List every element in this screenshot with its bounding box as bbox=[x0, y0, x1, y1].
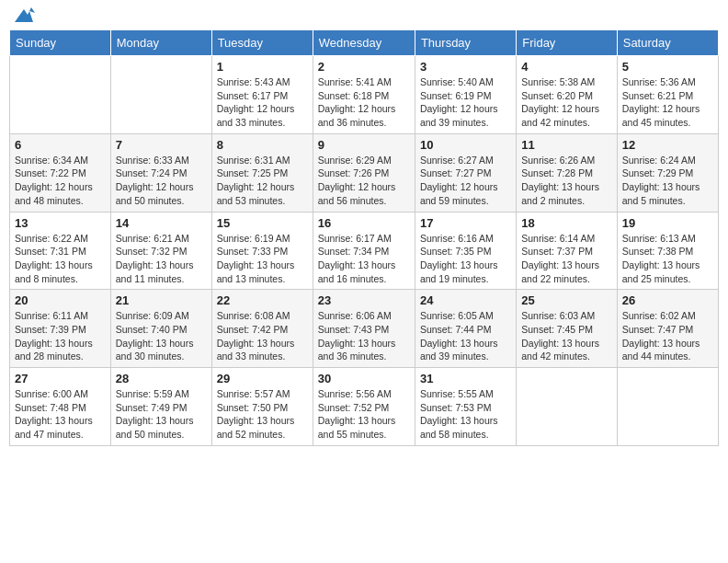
day-number: 15 bbox=[217, 216, 308, 230]
calendar-cell: 12Sunrise: 6:24 AM Sunset: 7:29 PM Dayli… bbox=[617, 133, 718, 212]
calendar-cell: 31Sunrise: 5:55 AM Sunset: 7:53 PM Dayli… bbox=[415, 368, 516, 446]
week-row-5: 27Sunrise: 6:00 AM Sunset: 7:48 PM Dayli… bbox=[10, 368, 719, 446]
day-number: 20 bbox=[15, 293, 106, 307]
calendar-cell: 16Sunrise: 6:17 AM Sunset: 7:34 PM Dayli… bbox=[313, 212, 415, 290]
calendar-cell: 26Sunrise: 6:02 AM Sunset: 7:47 PM Dayli… bbox=[617, 290, 718, 368]
calendar-table: SundayMondayTuesdayWednesdayThursdayFrid… bbox=[9, 29, 719, 446]
day-number: 27 bbox=[15, 372, 106, 385]
day-number: 26 bbox=[622, 293, 713, 307]
calendar-cell: 7Sunrise: 6:33 AM Sunset: 7:24 PM Daylig… bbox=[110, 133, 211, 212]
day-detail: Sunrise: 6:29 AM Sunset: 7:26 PM Dayligh… bbox=[318, 154, 410, 208]
calendar-cell: 8Sunrise: 6:31 AM Sunset: 7:25 PM Daylig… bbox=[211, 133, 313, 212]
day-number: 25 bbox=[521, 293, 611, 307]
calendar-cell: 10Sunrise: 6:27 AM Sunset: 7:27 PM Dayli… bbox=[415, 133, 516, 212]
day-header-monday: Monday bbox=[110, 30, 211, 56]
calendar-cell: 6Sunrise: 6:34 AM Sunset: 7:22 PM Daylig… bbox=[10, 133, 111, 212]
day-header-wednesday: Wednesday bbox=[313, 30, 415, 56]
calendar-cell: 29Sunrise: 5:57 AM Sunset: 7:50 PM Dayli… bbox=[211, 368, 313, 446]
calendar-cell: 5Sunrise: 5:36 AM Sunset: 6:21 PM Daylig… bbox=[617, 56, 718, 134]
day-number: 3 bbox=[420, 60, 511, 74]
day-detail: Sunrise: 6:21 AM Sunset: 7:32 PM Dayligh… bbox=[116, 232, 207, 286]
day-detail: Sunrise: 6:34 AM Sunset: 7:22 PM Dayligh… bbox=[15, 154, 106, 208]
day-number: 31 bbox=[420, 372, 511, 385]
day-detail: Sunrise: 6:16 AM Sunset: 7:35 PM Dayligh… bbox=[420, 232, 511, 286]
calendar-cell: 15Sunrise: 6:19 AM Sunset: 7:33 PM Dayli… bbox=[211, 212, 313, 290]
day-detail: Sunrise: 5:36 AM Sunset: 6:21 PM Dayligh… bbox=[622, 75, 713, 130]
day-number: 6 bbox=[15, 138, 106, 152]
calendar-cell bbox=[617, 368, 718, 446]
day-header-thursday: Thursday bbox=[415, 30, 516, 56]
calendar-cell: 22Sunrise: 6:08 AM Sunset: 7:42 PM Dayli… bbox=[211, 290, 313, 368]
day-number: 29 bbox=[217, 372, 308, 385]
day-detail: Sunrise: 6:14 AM Sunset: 7:37 PM Dayligh… bbox=[521, 232, 611, 286]
calendar-cell: 20Sunrise: 6:11 AM Sunset: 7:39 PM Dayli… bbox=[10, 290, 111, 368]
day-number: 28 bbox=[116, 372, 207, 385]
calendar-cell: 28Sunrise: 5:59 AM Sunset: 7:49 PM Dayli… bbox=[110, 368, 211, 446]
day-detail: Sunrise: 5:40 AM Sunset: 6:19 PM Dayligh… bbox=[420, 75, 511, 130]
calendar-cell: 21Sunrise: 6:09 AM Sunset: 7:40 PM Dayli… bbox=[110, 290, 211, 368]
day-number: 18 bbox=[521, 216, 611, 230]
day-detail: Sunrise: 6:31 AM Sunset: 7:25 PM Dayligh… bbox=[217, 154, 308, 208]
day-number: 2 bbox=[318, 60, 410, 74]
day-detail: Sunrise: 6:02 AM Sunset: 7:47 PM Dayligh… bbox=[622, 309, 713, 363]
day-number: 10 bbox=[420, 138, 511, 152]
week-row-3: 13Sunrise: 6:22 AM Sunset: 7:31 PM Dayli… bbox=[10, 212, 719, 290]
logo bbox=[13, 9, 35, 22]
day-number: 9 bbox=[318, 138, 410, 152]
calendar-cell: 18Sunrise: 6:14 AM Sunset: 7:37 PM Dayli… bbox=[517, 212, 617, 290]
day-detail: Sunrise: 5:41 AM Sunset: 6:18 PM Dayligh… bbox=[318, 75, 410, 130]
day-detail: Sunrise: 6:08 AM Sunset: 7:42 PM Dayligh… bbox=[217, 309, 308, 363]
day-detail: Sunrise: 5:55 AM Sunset: 7:53 PM Dayligh… bbox=[420, 387, 511, 442]
calendar-cell: 1Sunrise: 5:43 AM Sunset: 6:17 PM Daylig… bbox=[211, 56, 313, 134]
day-detail: Sunrise: 5:57 AM Sunset: 7:50 PM Dayligh… bbox=[217, 387, 308, 442]
calendar-cell bbox=[110, 56, 211, 134]
day-detail: Sunrise: 6:19 AM Sunset: 7:33 PM Dayligh… bbox=[217, 232, 308, 286]
calendar-cell: 23Sunrise: 6:06 AM Sunset: 7:43 PM Dayli… bbox=[313, 290, 415, 368]
day-number: 19 bbox=[622, 216, 713, 230]
calendar-cell: 24Sunrise: 6:05 AM Sunset: 7:44 PM Dayli… bbox=[415, 290, 516, 368]
calendar-cell bbox=[10, 56, 111, 134]
day-number: 12 bbox=[622, 138, 713, 152]
day-header-friday: Friday bbox=[517, 30, 617, 56]
page-header bbox=[9, 9, 719, 22]
calendar-cell: 19Sunrise: 6:13 AM Sunset: 7:38 PM Dayli… bbox=[617, 212, 718, 290]
day-number: 23 bbox=[318, 293, 410, 307]
week-row-4: 20Sunrise: 6:11 AM Sunset: 7:39 PM Dayli… bbox=[10, 290, 719, 368]
week-row-2: 6Sunrise: 6:34 AM Sunset: 7:22 PM Daylig… bbox=[10, 133, 719, 212]
day-detail: Sunrise: 6:33 AM Sunset: 7:24 PM Dayligh… bbox=[116, 154, 207, 208]
day-detail: Sunrise: 6:00 AM Sunset: 7:48 PM Dayligh… bbox=[15, 387, 106, 442]
calendar-cell: 17Sunrise: 6:16 AM Sunset: 7:35 PM Dayli… bbox=[415, 212, 516, 290]
day-header-tuesday: Tuesday bbox=[211, 30, 313, 56]
day-detail: Sunrise: 6:05 AM Sunset: 7:44 PM Dayligh… bbox=[420, 309, 511, 363]
calendar-cell: 13Sunrise: 6:22 AM Sunset: 7:31 PM Dayli… bbox=[10, 212, 111, 290]
day-number: 14 bbox=[116, 216, 207, 230]
day-number: 1 bbox=[217, 60, 308, 74]
day-number: 22 bbox=[217, 293, 308, 307]
day-number: 7 bbox=[116, 138, 207, 152]
day-number: 11 bbox=[521, 138, 611, 152]
day-detail: Sunrise: 6:03 AM Sunset: 7:45 PM Dayligh… bbox=[521, 309, 611, 363]
calendar-cell: 9Sunrise: 6:29 AM Sunset: 7:26 PM Daylig… bbox=[313, 133, 415, 212]
day-detail: Sunrise: 6:22 AM Sunset: 7:31 PM Dayligh… bbox=[15, 232, 106, 286]
calendar-cell bbox=[517, 368, 617, 446]
calendar-cell: 25Sunrise: 6:03 AM Sunset: 7:45 PM Dayli… bbox=[517, 290, 617, 368]
day-detail: Sunrise: 6:24 AM Sunset: 7:29 PM Dayligh… bbox=[622, 154, 713, 208]
calendar-cell: 30Sunrise: 5:56 AM Sunset: 7:52 PM Dayli… bbox=[313, 368, 415, 446]
day-number: 30 bbox=[318, 372, 410, 385]
day-number: 24 bbox=[420, 293, 511, 307]
svg-marker-0 bbox=[15, 7, 35, 22]
calendar-cell: 2Sunrise: 5:41 AM Sunset: 6:18 PM Daylig… bbox=[313, 56, 415, 134]
day-detail: Sunrise: 6:27 AM Sunset: 7:27 PM Dayligh… bbox=[420, 154, 511, 208]
day-number: 4 bbox=[521, 60, 611, 74]
day-detail: Sunrise: 5:43 AM Sunset: 6:17 PM Dayligh… bbox=[217, 75, 308, 130]
day-header-sunday: Sunday bbox=[10, 30, 111, 56]
calendar-cell: 14Sunrise: 6:21 AM Sunset: 7:32 PM Dayli… bbox=[110, 212, 211, 290]
day-detail: Sunrise: 6:17 AM Sunset: 7:34 PM Dayligh… bbox=[318, 232, 410, 286]
header-row: SundayMondayTuesdayWednesdayThursdayFrid… bbox=[10, 30, 719, 56]
calendar-cell: 3Sunrise: 5:40 AM Sunset: 6:19 PM Daylig… bbox=[415, 56, 516, 134]
day-detail: Sunrise: 6:26 AM Sunset: 7:28 PM Dayligh… bbox=[521, 154, 611, 208]
day-number: 16 bbox=[318, 216, 410, 230]
day-number: 8 bbox=[217, 138, 308, 152]
day-number: 17 bbox=[420, 216, 511, 230]
day-detail: Sunrise: 6:09 AM Sunset: 7:40 PM Dayligh… bbox=[116, 309, 207, 363]
